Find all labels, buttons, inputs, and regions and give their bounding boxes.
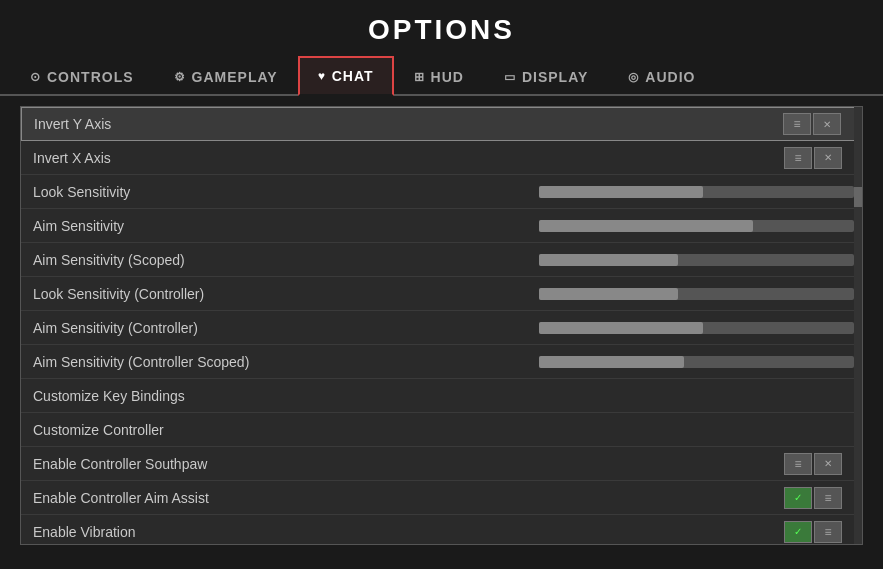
row-label: Enable Controller Southpaw: [21, 456, 531, 472]
slider-track[interactable]: [539, 356, 854, 368]
hud-tab-icon: ⊞: [414, 70, 425, 84]
row-control: ✕: [532, 113, 861, 135]
table-row[interactable]: Enable Vibration✓: [21, 515, 862, 545]
lines-icon: [824, 491, 831, 505]
table-row[interactable]: Look Sensitivity (Controller): [21, 277, 862, 311]
chat-tab-label: CHAT: [332, 68, 374, 84]
row-control: [531, 186, 862, 198]
toggle-group: ✕: [784, 453, 842, 475]
table-row[interactable]: Aim Sensitivity (Scoped): [21, 243, 862, 277]
table-row[interactable]: Aim Sensitivity: [21, 209, 862, 243]
row-label: Enable Vibration: [21, 524, 531, 540]
tab-chat[interactable]: ♥CHAT: [298, 56, 394, 96]
tabs-bar: ⊙CONTROLS⚙GAMEPLAY♥CHAT⊞HUD▭DISPLAY◎AUDI…: [0, 56, 883, 96]
toggle-lines-btn[interactable]: [784, 147, 812, 169]
hud-tab-label: HUD: [431, 69, 464, 85]
lines-icon: [794, 151, 801, 165]
slider-track[interactable]: [539, 322, 854, 334]
gameplay-tab-label: GAMEPLAY: [192, 69, 278, 85]
tab-gameplay[interactable]: ⚙GAMEPLAY: [154, 57, 298, 95]
row-label: Customize Controller: [21, 422, 862, 438]
slider-fill: [539, 356, 684, 368]
table-row[interactable]: Enable Controller Southpaw✕: [21, 447, 862, 481]
slider-fill: [539, 288, 678, 300]
display-tab-label: DISPLAY: [522, 69, 588, 85]
lines-icon: [824, 525, 831, 539]
row-label: Invert Y Axis: [22, 116, 532, 132]
toggle-close-btn[interactable]: ✕: [814, 147, 842, 169]
row-label: Aim Sensitivity (Controller Scoped): [21, 354, 531, 370]
scrollbar[interactable]: [854, 107, 862, 544]
display-tab-icon: ▭: [504, 70, 516, 84]
chat-tab-icon: ♥: [318, 69, 326, 83]
row-label: Enable Controller Aim Assist: [21, 490, 531, 506]
table-row[interactable]: Customize Controller: [21, 413, 862, 447]
toggle-lines-btn[interactable]: [814, 521, 842, 543]
slider-fill: [539, 186, 703, 198]
table-row[interactable]: Invert X Axis✕: [21, 141, 862, 175]
toggle-group: ✕: [783, 113, 841, 135]
table-row[interactable]: Aim Sensitivity (Controller Scoped): [21, 345, 862, 379]
row-control: [531, 220, 862, 232]
toggle-group: ✓: [784, 521, 842, 543]
tab-controls[interactable]: ⊙CONTROLS: [10, 57, 154, 95]
row-label: Aim Sensitivity: [21, 218, 531, 234]
row-label: Invert X Axis: [21, 150, 531, 166]
toggle-check-btn[interactable]: ✓: [784, 487, 812, 509]
table-row[interactable]: Invert Y Axis✕: [21, 107, 862, 141]
row-label: Look Sensitivity (Controller): [21, 286, 531, 302]
content-area: Invert Y Axis✕Invert X Axis✕Look Sensiti…: [0, 96, 883, 555]
tab-hud[interactable]: ⊞HUD: [394, 57, 484, 95]
tab-display[interactable]: ▭DISPLAY: [484, 57, 608, 95]
toggle-lines-btn[interactable]: [784, 453, 812, 475]
table-row[interactable]: Enable Controller Aim Assist✓: [21, 481, 862, 515]
lines-icon: [794, 457, 801, 471]
slider-fill: [539, 220, 753, 232]
table-row[interactable]: Customize Key Bindings: [21, 379, 862, 413]
row-control: ✓: [531, 521, 862, 543]
scrollbar-thumb: [854, 187, 862, 207]
row-control: ✕: [531, 453, 862, 475]
page-title: OPTIONS: [0, 0, 883, 56]
audio-tab-icon: ◎: [628, 70, 639, 84]
tab-audio[interactable]: ◎AUDIO: [608, 57, 715, 95]
row-control: [531, 288, 862, 300]
toggle-lines-btn[interactable]: [814, 487, 842, 509]
toggle-group: ✕: [784, 147, 842, 169]
slider-fill: [539, 254, 678, 266]
settings-panel: Invert Y Axis✕Invert X Axis✕Look Sensiti…: [20, 106, 863, 545]
toggle-close-btn[interactable]: ✕: [813, 113, 841, 135]
row-control: [531, 254, 862, 266]
lines-icon: [793, 117, 800, 131]
row-label: Aim Sensitivity (Scoped): [21, 252, 531, 268]
row-control: [531, 322, 862, 334]
gameplay-tab-icon: ⚙: [174, 70, 186, 84]
audio-tab-label: AUDIO: [645, 69, 695, 85]
table-row[interactable]: Aim Sensitivity (Controller): [21, 311, 862, 345]
slider-track[interactable]: [539, 288, 854, 300]
toggle-check-btn[interactable]: ✓: [784, 521, 812, 543]
toggle-lines-btn[interactable]: [783, 113, 811, 135]
controls-tab-label: CONTROLS: [47, 69, 134, 85]
row-control: ✕: [531, 147, 862, 169]
row-control: ✓: [531, 487, 862, 509]
slider-track[interactable]: [539, 186, 854, 198]
slider-track[interactable]: [539, 220, 854, 232]
toggle-group: ✓: [784, 487, 842, 509]
toggle-close-btn[interactable]: ✕: [814, 453, 842, 475]
controls-tab-icon: ⊙: [30, 70, 41, 84]
row-label: Customize Key Bindings: [21, 388, 862, 404]
row-control: [531, 356, 862, 368]
slider-fill: [539, 322, 703, 334]
row-label: Look Sensitivity: [21, 184, 531, 200]
row-label: Aim Sensitivity (Controller): [21, 320, 531, 336]
table-row[interactable]: Look Sensitivity: [21, 175, 862, 209]
slider-track[interactable]: [539, 254, 854, 266]
